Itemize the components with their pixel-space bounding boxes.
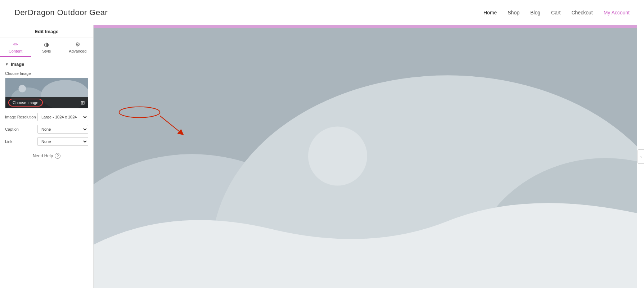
svg-point-8: [308, 127, 367, 186]
image-resolution-row: Image Resolution Large - 1024 x 1024: [5, 113, 88, 121]
header: DerDragon Outdoor Gear Home Shop Blog Ca…: [0, 0, 644, 25]
caption-select[interactable]: None: [37, 125, 88, 134]
collapse-sidebar-handle[interactable]: ‹: [638, 149, 644, 164]
nav-cart[interactable]: Cart: [551, 10, 560, 15]
preview-image-svg: [94, 28, 637, 288]
need-help[interactable]: Need Help ?: [5, 153, 88, 159]
section-label: Image: [11, 62, 24, 67]
nav-blog[interactable]: Blog: [530, 10, 540, 15]
accent-top-bar: [94, 25, 637, 28]
caption-label: Caption: [5, 127, 37, 131]
preview-image-block: [94, 28, 637, 288]
link-label: Link: [5, 139, 37, 144]
preview-area: ‹: [94, 25, 644, 288]
svg-point-3: [18, 85, 26, 93]
link-row: Link None: [5, 137, 88, 146]
nav-checkout[interactable]: Checkout: [571, 10, 593, 15]
tab-advanced[interactable]: ⚙ Advanced: [62, 37, 93, 57]
need-help-label: Need Help: [33, 153, 53, 158]
preview-canvas: ‹: [94, 25, 644, 288]
sidebar-content: ▼ Image Choose Image Choose Image ⊞: [0, 57, 93, 288]
main-layout: Edit Image ✏ Content ◑ Style ⚙ Advanced …: [0, 25, 644, 288]
content-icon: ✏: [13, 41, 18, 48]
tab-style-label: Style: [42, 49, 51, 53]
tab-style[interactable]: ◑ Style: [31, 37, 62, 57]
tab-content-label: Content: [9, 49, 23, 53]
image-preview-container: Choose Image ⊞: [5, 78, 88, 108]
section-arrow: ▼: [5, 62, 9, 66]
sidebar-title: Edit Image: [0, 25, 93, 37]
nav-shop[interactable]: Shop: [508, 10, 519, 15]
site-logo: DerDragon Outdoor Gear: [14, 8, 108, 17]
choose-image-button[interactable]: Choose Image: [8, 99, 43, 107]
style-icon: ◑: [44, 41, 49, 48]
advanced-icon: ⚙: [75, 41, 80, 48]
nav-my-account[interactable]: My Account: [604, 10, 630, 15]
tab-content[interactable]: ✏ Content: [0, 37, 31, 57]
sidebar: Edit Image ✏ Content ◑ Style ⚙ Advanced …: [0, 25, 94, 288]
image-resolution-label: Image Resolution: [5, 115, 37, 119]
sidebar-tabs: ✏ Content ◑ Style ⚙ Advanced: [0, 37, 93, 57]
link-select[interactable]: None: [37, 137, 88, 146]
tab-advanced-label: Advanced: [69, 49, 86, 53]
choose-image-label: Choose Image: [5, 71, 88, 76]
image-section-header: ▼ Image: [5, 62, 88, 67]
main-nav: Home Shop Blog Cart Checkout My Account: [483, 10, 630, 15]
help-icon: ?: [55, 153, 60, 159]
delete-image-button[interactable]: ⊞: [81, 100, 85, 105]
caption-row: Caption None: [5, 125, 88, 134]
image-resolution-select[interactable]: Large - 1024 x 1024: [37, 113, 88, 121]
nav-home[interactable]: Home: [483, 10, 497, 15]
image-preview-overlay: Choose Image ⊞: [5, 97, 88, 108]
